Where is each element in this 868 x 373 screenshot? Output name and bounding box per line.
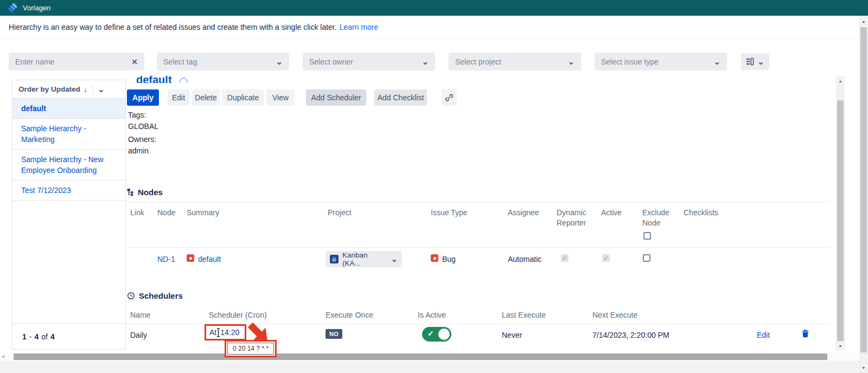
order-by-label: Order by Updated — [18, 85, 80, 93]
is-active-toggle[interactable]: ✓ — [422, 327, 451, 342]
chevron-down-icon[interactable]: ⌄ — [98, 87, 105, 92]
horizontal-scrollbar-thumb[interactable] — [14, 353, 827, 360]
cron-tooltip-highlighted: 0 20 14 ? * * — [225, 340, 277, 357]
jira-logo-icon — [8, 3, 18, 13]
col-checklists: Checklists — [684, 208, 718, 218]
cron-prefix: At — [209, 328, 216, 337]
nodes-icon — [127, 188, 134, 196]
columns-config-button[interactable]: ⌄ — [741, 53, 769, 70]
scroll-down-icon[interactable]: ▼ — [836, 342, 845, 350]
link-icon — [445, 93, 454, 102]
project-avatar-icon — [330, 255, 339, 263]
bug-type-icon — [187, 254, 194, 262]
add-scheduler-button[interactable]: Add Scheduler — [306, 89, 366, 106]
pagination-dash: - — [29, 332, 32, 341]
app-header: Vorlagen — [0, 0, 868, 16]
bug-type-icon — [431, 254, 438, 262]
col-sched-name: Name — [130, 310, 150, 320]
col-is-active: Is Active — [418, 310, 446, 320]
chevron-down-icon: ⌄ — [757, 59, 764, 65]
issue-type-filter-select[interactable]: Select issue type ⌄ — [595, 53, 727, 70]
next-execute-value: 7/14/2023, 2:20:00 PM — [592, 331, 669, 339]
col-assignee: Assignee — [508, 208, 539, 218]
project-filter-select[interactable]: Select project ⌄ — [449, 53, 581, 70]
nodes-heading-text: Nodes — [138, 188, 163, 197]
active-checkbox: ✓ — [602, 254, 610, 262]
cron-value-highlighted[interactable]: At 14:20 — [205, 324, 246, 340]
copy-link-button[interactable] — [442, 89, 457, 106]
col-summary: Summary — [187, 208, 219, 218]
col-project: Project — [328, 208, 352, 218]
assignee-value: Automatic — [508, 255, 541, 263]
sort-direction-icon[interactable]: ↓ — [84, 85, 87, 94]
tag-filter-select[interactable]: Select tag ⌄ — [157, 53, 289, 70]
learn-more-link[interactable]: Learn more — [340, 23, 379, 31]
tags-label: Tags: — [128, 111, 146, 119]
banner-text: Hierarchy is an easy way to define a set… — [9, 23, 337, 31]
sidebar-spacer — [12, 201, 125, 323]
node-summary-link[interactable]: default — [198, 255, 221, 263]
scheduler-edit-link[interactable]: Edit — [757, 331, 770, 339]
name-filter: ✕ — [9, 53, 144, 70]
scroll-down-icon[interactable]: ▼ — [859, 363, 868, 372]
tags-value: GLOBAL — [128, 122, 158, 131]
col-link: Link — [130, 208, 144, 218]
col-exclude-node: Exclude Node — [642, 208, 676, 228]
view-button[interactable]: View — [266, 89, 295, 106]
chevron-down-icon: ⌄ — [422, 59, 429, 65]
owner-filter-select[interactable]: Select owner ⌄ — [303, 53, 435, 70]
dynamic-reporter-checkbox: ✓ — [561, 254, 569, 262]
inner-vertical-scrollbar[interactable]: ▲ ▼ — [836, 76, 845, 350]
col-active: Active — [601, 208, 622, 218]
execute-once-badge: NO — [326, 329, 342, 339]
sidebar-item-test[interactable]: Test 7/12/2023 — [12, 181, 125, 201]
template-title-clipped: default — [136, 76, 277, 83]
order-by-control[interactable]: Order by Updated ↓ ⌄ — [12, 80, 125, 99]
issue-type-filter-value: Select issue type — [601, 57, 659, 66]
owners-label: Owners: — [128, 135, 156, 144]
pagination: 1 - 4 of 4 — [12, 323, 125, 349]
template-list-sidebar: Order by Updated ↓ ⌄ default Sample Hier… — [12, 80, 126, 350]
outer-vertical-scrollbar[interactable]: ▲ ▼ — [859, 16, 868, 373]
pagination-of: of — [41, 332, 48, 341]
exclude-node-header-checkbox[interactable] — [643, 232, 651, 240]
scroll-up-icon[interactable]: ▲ — [859, 17, 868, 25]
template-detail-panel: default Apply Edit Delete Duplicate View… — [127, 76, 830, 350]
project-select[interactable]: Kanban (KA... ⌄ — [326, 251, 402, 267]
scroll-left-icon[interactable]: ◄ — [1, 355, 5, 358]
col-execute-once: Execute Once — [326, 310, 373, 320]
chevron-down-icon: ⌄ — [567, 59, 575, 65]
owner-filter-value: Select owner — [309, 57, 353, 66]
apply-button[interactable]: Apply — [127, 89, 159, 106]
chevron-down-icon: ⌄ — [713, 59, 720, 65]
app-title: Vorlagen — [23, 4, 50, 12]
horizontal-scrollbar[interactable]: ◄ — [0, 352, 859, 361]
node-key-link[interactable]: ND-1 — [157, 255, 175, 263]
sidebar-item-sample-marketing[interactable]: Sample Hierarchy - Marketing — [12, 119, 125, 150]
exclude-node-checkbox[interactable] — [643, 254, 650, 262]
col-node: Node — [157, 208, 175, 218]
footer-strip — [0, 361, 868, 373]
duplicate-button[interactable]: Duplicate — [222, 89, 264, 106]
chevron-down-icon: ⌄ — [276, 59, 283, 65]
cron-time: 14:20 — [220, 328, 239, 337]
scroll-up-icon[interactable]: ▲ — [836, 76, 845, 85]
clock-icon — [127, 292, 135, 300]
sidebar-item-sample-onboarding[interactable]: Sample Hierarchy - New Employee Onboardi… — [12, 150, 125, 181]
add-checklist-button[interactable]: Add Checklist — [374, 89, 427, 106]
inner-scrollbar-thumb[interactable] — [837, 100, 844, 341]
description-banner: Hierarchy is an easy way to define a set… — [0, 16, 859, 39]
issue-type-value: Bug — [442, 255, 456, 263]
edit-button[interactable]: Edit — [168, 89, 189, 106]
pagination-start: 1 — [22, 332, 27, 341]
clear-icon[interactable]: ✕ — [131, 57, 138, 66]
delete-button[interactable]: Delete — [192, 89, 220, 106]
columns-icon — [746, 57, 754, 66]
name-filter-input[interactable] — [15, 57, 124, 66]
title-badge-icon — [180, 78, 188, 83]
trash-icon[interactable] — [802, 330, 809, 338]
schedulers-heading-text: Schedulers — [139, 291, 183, 300]
outer-scrollbar-thumb[interactable] — [860, 27, 867, 352]
sidebar-item-default[interactable]: default — [12, 99, 125, 119]
schedulers-section-heading: Schedulers — [127, 291, 183, 300]
